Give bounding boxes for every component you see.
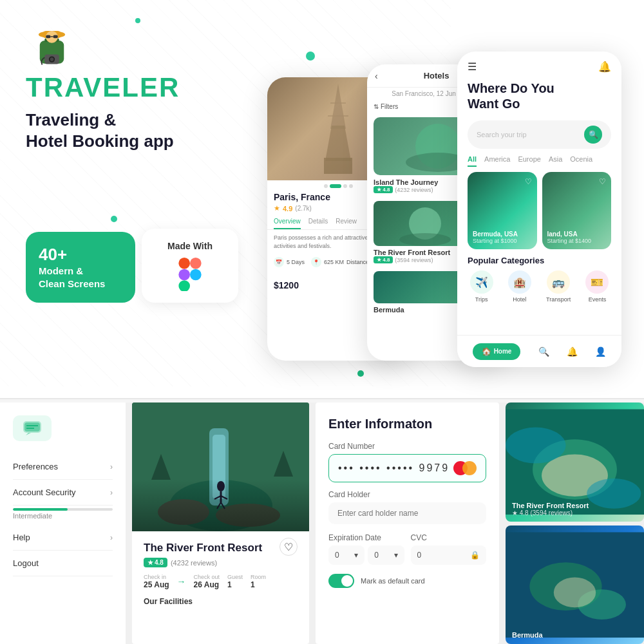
svg-point-15 xyxy=(190,269,202,280)
home-heading: Where Do YouWant Go xyxy=(457,78,621,114)
profile-nav-icon[interactable]: 👤 xyxy=(595,346,606,357)
tab-overview[interactable]: Overview xyxy=(274,214,301,229)
resort-header-image xyxy=(132,402,309,531)
room-item: Room 1 xyxy=(251,574,266,589)
exp-year-value: 0 xyxy=(374,551,379,560)
toggle-switch[interactable] xyxy=(328,574,354,588)
category-trips[interactable]: ✈️ Trips xyxy=(470,270,493,303)
card-number-field[interactable]: ••• •••• ••••• 9979 xyxy=(328,454,486,482)
destination-cards: ♡ Bermuda, USA Starting at $1000 ♡ land,… xyxy=(457,172,621,249)
photo-2-image xyxy=(506,526,644,645)
category-hotel[interactable]: 🏨 Hotel xyxy=(508,270,531,303)
home-nav-button[interactable]: 🏠 Home xyxy=(473,343,521,360)
help-label: Help xyxy=(13,533,30,542)
photo-1-title: The River Front Resort xyxy=(512,502,589,509)
transport-label: Transport xyxy=(546,296,571,303)
checkin-item: Check in 25 Aug xyxy=(144,574,169,589)
destination-card-1[interactable]: ♡ Bermuda, USA Starting at $1000 xyxy=(468,172,537,249)
review-count-1: (4232 reviews) xyxy=(395,187,433,193)
card-number-dots: ••• •••• ••••• 9979 xyxy=(338,462,450,474)
exp-month-select[interactable]: 0 ▾ xyxy=(328,545,365,565)
tab-america[interactable]: America xyxy=(484,155,510,167)
star-badge-1: ★ 4.8 xyxy=(374,186,393,193)
resort-review-count: (4232 reviews) xyxy=(171,559,217,567)
heart-favorite-icon[interactable]: ♡ xyxy=(279,538,298,556)
paris-price: $1200 xyxy=(274,280,299,290)
cardholder-input[interactable] xyxy=(328,502,486,524)
sidebar-item-logout[interactable]: Logout xyxy=(13,551,113,576)
sidebar-item-preferences[interactable]: Preferences › xyxy=(13,454,113,480)
made-with-label: Made With xyxy=(167,241,213,251)
photo-card-1[interactable]: The River Front Resort ★ 4.8 (3594 revie… xyxy=(506,402,644,522)
destination-label-1: Bermuda, USA Starting at $1000 xyxy=(473,231,518,244)
photo-card-2[interactable]: Bermuda xyxy=(506,526,644,645)
cvc-field[interactable]: 0 🔒 xyxy=(411,545,487,565)
dot xyxy=(343,184,347,188)
search-icon: 🔍 xyxy=(589,130,598,139)
guest-label: Guest xyxy=(227,574,243,580)
events-label: Events xyxy=(589,296,607,303)
cvc-col: CVC 0 🔒 xyxy=(411,533,487,565)
calendar-icon: 📅 xyxy=(274,257,284,267)
cvc-label: CVC xyxy=(411,533,487,542)
arrow-icon: → xyxy=(177,576,186,587)
exp-year-select[interactable]: 0 ▾ xyxy=(368,545,404,565)
days-stat: 📅 5 Days xyxy=(274,257,305,267)
default-card-row: Mark as default card xyxy=(328,574,486,588)
destination-label-2: land, USA Starting at $1400 xyxy=(547,231,592,244)
menu-icon[interactable]: ☰ xyxy=(468,61,477,73)
room-label: Room xyxy=(251,574,266,580)
hotel-label: Hotel xyxy=(513,296,526,303)
tab-ocenia[interactable]: Ocenia xyxy=(570,155,592,167)
home-nav-label: Home xyxy=(494,348,512,355)
search-nav-icon[interactable]: 🔍 xyxy=(538,346,549,357)
bell-icon[interactable]: 🔔 xyxy=(598,61,611,73)
tab-review[interactable]: Review xyxy=(336,214,357,229)
tab-europe[interactable]: Europe xyxy=(518,155,540,167)
resort-star-badge: ★ 4.8 xyxy=(144,558,167,567)
filters-button[interactable]: ⇅ Filters xyxy=(374,103,398,110)
svg-marker-17 xyxy=(325,126,351,161)
top-section: TRAVELER Traveling &Hotel Booking app 40… xyxy=(0,0,644,399)
expiration-selects: 0 ▾ 0 ▾ xyxy=(328,545,404,565)
search-placeholder-text: Search your trip xyxy=(477,131,579,138)
svg-marker-16 xyxy=(330,84,346,129)
search-button[interactable]: 🔍 xyxy=(584,126,602,144)
star-badge-2: ★ 4.8 xyxy=(374,256,393,263)
dot xyxy=(349,184,353,188)
back-arrow-icon[interactable]: ‹ xyxy=(375,71,378,81)
guest-item: Guest 1 xyxy=(227,574,243,589)
destination-card-2[interactable]: ♡ land, USA Starting at $1400 xyxy=(542,172,612,249)
checkout-label: Check out xyxy=(194,574,220,580)
room-count: 1 xyxy=(251,580,266,589)
trips-label: Trips xyxy=(475,296,488,303)
payment-form-panel: Enter Informaton Card Number ••• •••• ••… xyxy=(316,402,499,644)
svg-point-52 xyxy=(554,577,596,607)
category-transport[interactable]: 🚌 Transport xyxy=(546,270,571,303)
app-logo-icon xyxy=(26,19,77,71)
logo-area: TRAVELER Traveling &Hotel Booking app xyxy=(26,19,180,151)
default-card-label: Mark as default card xyxy=(361,577,425,585)
search-bar: Search your trip 🔍 xyxy=(468,120,611,149)
chevron-down-icon: ▾ xyxy=(394,551,398,560)
svg-point-10 xyxy=(50,57,53,61)
bell-nav-icon[interactable]: 🔔 xyxy=(567,346,578,357)
category-events[interactable]: 🎫 Events xyxy=(585,270,609,303)
rating-value: 4.9 xyxy=(283,205,292,213)
tab-all[interactable]: All xyxy=(468,155,477,167)
home-icon: 🏠 xyxy=(482,347,491,356)
tab-asia[interactable]: Asia xyxy=(549,155,562,167)
chevron-right-icon: › xyxy=(110,462,113,471)
sidebar-item-account-security[interactable]: Account Security › xyxy=(13,480,113,506)
svg-marker-29 xyxy=(26,433,31,435)
distance-icon: 📍 xyxy=(311,257,321,267)
resort-rating: ★ 4.8 (4232 reviews) xyxy=(144,558,298,567)
svg-rect-14 xyxy=(178,280,190,291)
sidebar-item-help[interactable]: Help › xyxy=(13,525,113,551)
progress-fill xyxy=(13,508,68,511)
days-value: 5 Days xyxy=(287,259,305,265)
rating-value: 4.8 xyxy=(155,559,164,566)
tab-details[interactable]: Details xyxy=(308,214,328,229)
filter-icon: ⇅ xyxy=(374,103,379,110)
dot-active xyxy=(330,184,341,188)
